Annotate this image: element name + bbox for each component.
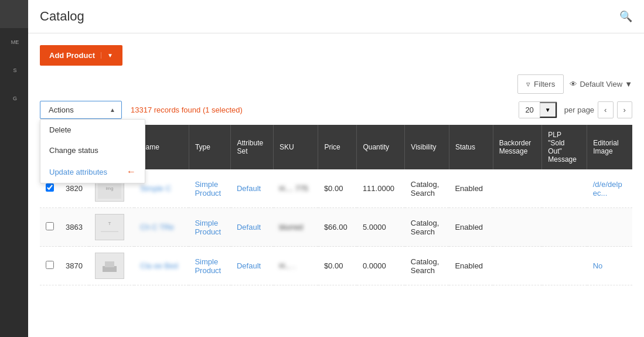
row-name: Cla ee Bed (134, 247, 189, 285)
add-product-label: Add Product (49, 51, 101, 60)
product-thumbnail: T (95, 214, 124, 240)
row-checkbox-cell (40, 208, 60, 247)
content-area: Add Product ▼ ▿ Filters 👁 Default View ▼ (28, 33, 644, 337)
actions-arrow-icon: ▲ (110, 107, 115, 113)
records-info: 13317 records found (1 selected) (131, 105, 243, 114)
row-plp-sold-out (542, 247, 587, 285)
thumbnail-svg (98, 256, 121, 276)
per-page-dropdown-button[interactable]: ▼ (540, 102, 557, 118)
actions-dropdown-menu: Delete Change status Update attributes ← (40, 119, 145, 183)
row-quantity: 5.0000 (357, 208, 405, 247)
row-attribute-set: Default (231, 169, 274, 208)
row-status: Enabled (449, 169, 493, 208)
page-title: Catalog (40, 9, 84, 24)
col-status: Status (449, 125, 493, 169)
row-sku: H.... 775 (274, 169, 318, 208)
col-plp-sold-out: PLP"SoldOut"Message (542, 125, 587, 169)
row-backorder-message (493, 208, 542, 247)
sidebar-item-1[interactable] (0, 0, 28, 28)
default-view-arrow-icon: ▼ (625, 80, 632, 88)
per-page-value: 20 (519, 102, 539, 118)
sidebar: ME S G (0, 0, 28, 337)
add-product-arrow-icon: ▼ (101, 52, 113, 59)
selected-count: (1 selected) (203, 105, 243, 114)
row-status: Enabled (449, 208, 493, 247)
row-editorial-image: No (587, 247, 632, 285)
action-change-status[interactable]: Change status (40, 140, 145, 161)
add-product-button[interactable]: Add Product ▼ (40, 45, 122, 66)
col-type: Type (189, 125, 231, 169)
update-attributes-label: Update attributes (49, 168, 107, 176)
actions-label: Actions (49, 105, 74, 114)
eye-icon: 👁 (570, 80, 577, 88)
row-visibility: Catalog,Search (405, 247, 449, 285)
row-checkbox[interactable] (46, 183, 54, 192)
thumbnail-svg: T (98, 217, 121, 237)
row-price: $66.00 (318, 208, 357, 247)
sidebar-item-s[interactable]: S (0, 56, 28, 84)
col-price: Price (318, 125, 357, 169)
row-id: 3870 (60, 247, 89, 285)
action-update-attributes[interactable]: Update attributes ← (40, 161, 145, 183)
row-sku: H... . (274, 247, 318, 285)
row-type: SimpleProduct (189, 247, 231, 285)
change-status-label: Change status (49, 146, 98, 155)
svg-text:img: img (106, 186, 114, 191)
row-checkbox[interactable] (46, 222, 54, 230)
product-thumbnail (95, 253, 124, 279)
row-backorder-message (493, 247, 542, 285)
filters-button[interactable]: ▿ Filters (517, 74, 564, 94)
row-quantity: 111.0000 (357, 169, 405, 208)
row-type: SimpleProduct (189, 169, 231, 208)
update-attributes-arrow-icon: ← (127, 166, 136, 177)
svg-text:T: T (108, 221, 111, 226)
row-checkbox[interactable] (46, 261, 54, 269)
filter-icon: ▿ (526, 80, 530, 88)
row-id: 3863 (60, 208, 89, 247)
svg-rect-7 (105, 261, 114, 267)
table-row: 3863 T Ch C TRe SimpleProduct (40, 208, 632, 247)
row-plp-sold-out (542, 208, 587, 247)
row-editorial-image (587, 208, 632, 247)
col-quantity: Quantity (357, 125, 405, 169)
row-backorder-message (493, 169, 542, 208)
next-page-button[interactable]: › (617, 101, 632, 118)
col-sku: SKU (274, 125, 318, 169)
row-name: Ch C TRe (134, 208, 189, 247)
default-view-label: Default View (580, 80, 622, 88)
grid-toolbar: Actions ▲ Delete Change status Update at… (40, 101, 632, 119)
delete-label: Delete (49, 125, 71, 134)
filters-label: Filters (534, 80, 555, 88)
row-visibility: Catalog,Search (405, 169, 449, 208)
sidebar-item-g[interactable]: G (0, 84, 28, 113)
table-row: 3870 Cla ee Bed SimpleProduct (40, 247, 632, 285)
row-price: $0.00 (318, 247, 357, 285)
row-editorial-image: /d/e/delpec... (587, 169, 632, 208)
sidebar-item-me[interactable]: ME (0, 28, 28, 56)
col-backorder-message: BackorderMessage (493, 125, 542, 169)
row-checkbox-cell (40, 247, 60, 285)
pagination: 20 ▼ per page ‹ › (519, 101, 632, 118)
row-attribute-set: Default (231, 247, 274, 285)
row-plp-sold-out (542, 169, 587, 208)
search-button[interactable]: 🔍 (619, 10, 632, 23)
row-price: $0.00 (318, 169, 357, 208)
top-bar: Catalog 🔍 (28, 0, 644, 33)
row-sku: blurred (274, 208, 318, 247)
default-view-selector[interactable]: 👁 Default View ▼ (570, 80, 632, 88)
col-editorial-image: EditorialImage (587, 125, 632, 169)
main-content: Catalog 🔍 Add Product ▼ ▿ Filters 👁 Defa (28, 0, 644, 337)
add-product-toolbar: Add Product ▼ (40, 45, 632, 66)
row-quantity: 0.0000 (357, 247, 405, 285)
filter-row: ▿ Filters 👁 Default View ▼ (40, 74, 632, 94)
row-type: SimpleProduct (189, 208, 231, 247)
actions-button[interactable]: Actions ▲ (40, 101, 122, 119)
row-attribute-set: Default (231, 208, 274, 247)
prev-page-button[interactable]: ‹ (598, 101, 613, 118)
action-delete[interactable]: Delete (40, 120, 145, 140)
per-page-select: 20 ▼ (519, 101, 557, 118)
svg-rect-2 (98, 217, 121, 237)
per-page-label: per page (564, 105, 594, 114)
row-status: Enabled (449, 247, 493, 285)
row-thumbnail-cell: T (89, 208, 134, 247)
